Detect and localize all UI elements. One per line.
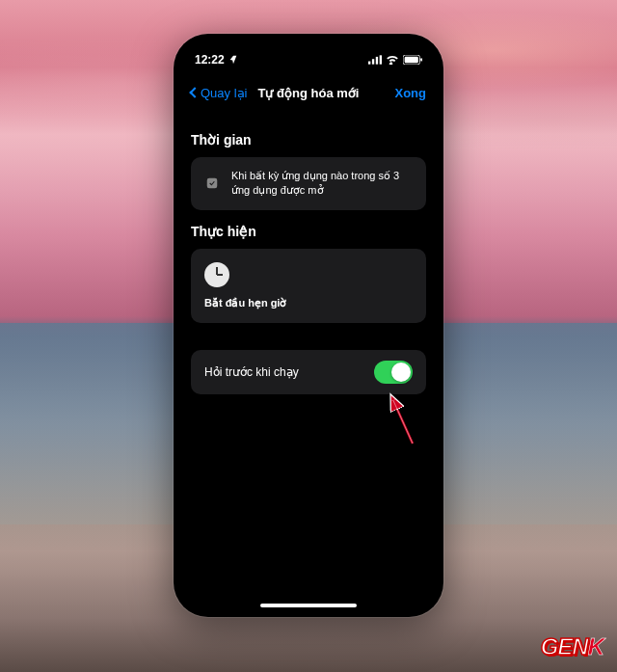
home-indicator[interactable] [260,604,357,607]
when-condition-card[interactable]: Khi bất kỳ ứng dụng nào trong số 3 ứng d… [191,157,426,210]
done-button[interactable]: Xong [395,86,427,100]
logo-text-main: GEN [541,633,588,659]
location-icon [228,55,238,65]
page-title: Tự động hóa mới [258,86,360,100]
phone-notch [251,38,366,59]
svg-rect-5 [405,57,418,64]
section-header-when: Thời gian [191,132,426,148]
wifi-icon [386,55,399,65]
phone-screen: 12:22 Quay lại Tự động hóa mới Xong Thời… [177,38,440,613]
status-right [368,55,422,65]
phone-frame: 12:22 Quay lại Tự động hóa mới Xong Thời… [174,34,443,617]
svg-rect-0 [368,62,370,65]
battery-icon [403,55,422,65]
back-button[interactable]: Quay lại [191,86,247,100]
action-card[interactable]: Bắt đầu hẹn giờ [191,249,426,323]
ask-before-running-row: Hỏi trước khi chạy [191,350,426,394]
logo-text-accent: K [588,633,604,659]
back-label: Quay lại [201,86,247,100]
svg-rect-6 [420,58,422,61]
content-area: Thời gian Khi bất kỳ ứng dụng nào trong … [177,113,440,400]
svg-rect-2 [376,57,378,65]
svg-rect-7 [207,178,218,189]
signal-icon [368,55,382,65]
clock-icon [204,262,229,287]
ask-before-running-toggle[interactable] [374,361,413,384]
navigation-bar: Quay lại Tự động hóa mới Xong [177,72,440,113]
brand-logo: GENK [541,633,604,660]
status-time: 12:22 [195,53,225,67]
action-label: Bắt đầu hẹn giờ [204,297,413,309]
when-condition-text: Khi bất kỳ ứng dụng nào trong số 3 ứng d… [231,169,413,199]
section-header-do: Thực hiện [191,224,426,239]
svg-rect-3 [380,55,382,64]
toggle-label: Hỏi trước khi chạy [204,365,299,379]
app-icon [204,175,220,191]
svg-rect-1 [372,59,374,64]
chevron-left-icon [189,87,200,97]
